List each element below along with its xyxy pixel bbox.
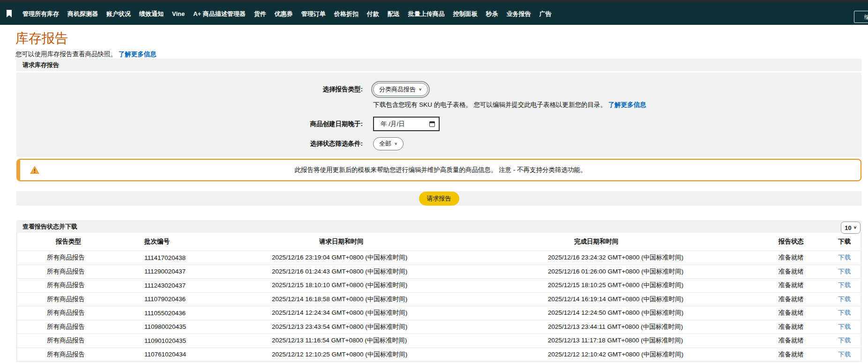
cell-status: 准备就绪 bbox=[748, 253, 814, 262]
nav-item[interactable]: 秒杀 bbox=[486, 10, 498, 18]
nav-item[interactable]: 优惠券 bbox=[275, 10, 293, 18]
cell-report-type: 所有商品报告 bbox=[17, 323, 129, 331]
cell-batch-id: 110761020434 bbox=[129, 351, 242, 358]
report-type-label: 选择报告类型: bbox=[16, 85, 363, 94]
reports-table-body: 所有商品报告 111417020438 2025/12/16 23:19:04 … bbox=[17, 251, 861, 361]
download-link[interactable]: 下载 bbox=[838, 296, 851, 303]
bookmark-icon[interactable] bbox=[6, 10, 12, 18]
help-learn-more-link[interactable]: 了解更多信息 bbox=[608, 101, 646, 108]
cell-batch-id: 110901020435 bbox=[129, 337, 242, 344]
cell-requested: 2025/12/16 01:24:43 GMT+0800 (中国标准时间) bbox=[242, 267, 486, 276]
table-row: 所有商品报告 110761020434 2025/12/12 12:10:25 … bbox=[17, 348, 861, 362]
nav-item[interactable]: 管理订单 bbox=[301, 10, 326, 18]
cell-completed: 2025/12/14 16:19:14 GMT+0800 (中国标准时间) bbox=[486, 295, 748, 304]
cell-batch-id: 111243020437 bbox=[129, 282, 242, 289]
creation-date-label: 商品创建日期晚于: bbox=[16, 120, 363, 128]
cell-status: 准备就绪 bbox=[748, 323, 814, 331]
nav-item[interactable]: A+ 商品描述管理器 bbox=[193, 10, 246, 18]
download-link[interactable]: 下载 bbox=[838, 254, 851, 261]
column-header-batch-id: 批次编号 bbox=[129, 237, 242, 246]
cell-requested: 2025/12/15 18:10:10 GMT+0800 (中国标准时间) bbox=[242, 281, 486, 289]
cell-completed: 2025/12/16 23:24:32 GMT+0800 (中国标准时间) bbox=[486, 253, 748, 262]
cell-status: 准备就绪 bbox=[748, 295, 814, 304]
nav-edge-button[interactable]: 编 bbox=[854, 11, 868, 23]
top-navigation-bar: 管理所有库存 商机探测器 账户状况 绩效通知 Vine A+ 商品描述管理器 货… bbox=[0, 3, 868, 25]
reports-section-title: 查看报告状态并下载 bbox=[22, 223, 77, 230]
download-link[interactable]: 下载 bbox=[838, 351, 851, 358]
page-subtitle: 您可以使用库存报告查看商品快照。 了解更多信息 bbox=[15, 50, 868, 59]
cell-report-type: 所有商品报告 bbox=[17, 253, 129, 262]
column-header-download: 下载 bbox=[814, 237, 861, 246]
nav-items: 管理所有库存 商机探测器 账户状况 绩效通知 Vine A+ 商品描述管理器 货… bbox=[22, 10, 552, 18]
column-header-completed: 完成日期和时间 bbox=[486, 237, 748, 246]
cell-requested: 2025/12/14 12:24:34 GMT+0800 (中国标准时间) bbox=[242, 309, 486, 317]
nav-item[interactable]: 广告 bbox=[539, 10, 552, 18]
report-type-value: 分类商品报告 bbox=[379, 85, 416, 94]
creation-date-row: 商品创建日期晚于: 年 /月/日 bbox=[16, 117, 861, 131]
cell-batch-id: 111079020436 bbox=[129, 296, 242, 303]
status-filter-select[interactable]: 全部 ∨ bbox=[373, 137, 404, 150]
download-link[interactable]: 下载 bbox=[838, 309, 851, 316]
warning-banner: 此报告将使用更新后的模板来帮助您进行编辑并维护高质量的商品信息。 注意 - 不再… bbox=[16, 159, 861, 181]
cell-requested: 2025/12/13 23:43:54 GMT+0800 (中国标准时间) bbox=[242, 323, 486, 331]
table-row: 所有商品报告 111079020436 2025/12/14 16:18:58 … bbox=[17, 292, 861, 306]
creation-date-input[interactable]: 年 /月/日 bbox=[373, 117, 440, 131]
report-type-help-text: 下载包含您现有 SKU 的电子表格。 您可以编辑并提交此电子表格以更新您的目录。 bbox=[373, 101, 606, 108]
cell-requested: 2025/12/12 12:10:25 GMT+0800 (中国标准时间) bbox=[242, 350, 486, 359]
report-type-select[interactable]: 分类商品报告 ∨ bbox=[373, 83, 428, 96]
page-size-select[interactable]: 10 ∨ bbox=[841, 222, 861, 234]
cell-completed: 2025/12/16 01:26:00 GMT+0800 (中国标准时间) bbox=[486, 267, 748, 276]
learn-more-link[interactable]: 了解更多信息 bbox=[119, 51, 157, 58]
status-filter-row: 选择状态筛选条件: 全部 ∨ bbox=[16, 137, 861, 150]
chevron-down-icon: ∨ bbox=[419, 88, 422, 91]
nav-item[interactable]: 控制面板 bbox=[453, 10, 478, 18]
nav-item[interactable]: 业务报告 bbox=[507, 10, 531, 18]
cell-batch-id: 111417020438 bbox=[129, 254, 242, 261]
nav-item[interactable]: 配送 bbox=[388, 10, 400, 18]
page-size-value: 10 bbox=[845, 222, 851, 234]
cell-completed: 2025/12/14 12:24:50 GMT+0800 (中国标准时间) bbox=[486, 309, 748, 317]
nav-item[interactable]: 批量上传商品 bbox=[408, 10, 445, 18]
warning-text: 此报告将使用更新后的模板来帮助您进行编辑并维护高质量的商品信息。 注意 - 不再… bbox=[39, 166, 861, 174]
cell-report-type: 所有商品报告 bbox=[17, 281, 129, 289]
column-header-status: 报告状态 bbox=[748, 237, 814, 246]
nav-item[interactable]: 付款 bbox=[367, 10, 379, 18]
table-row: 所有商品报告 111055020436 2025/12/14 12:24:34 … bbox=[17, 306, 861, 320]
submit-strip: 请求报告 bbox=[16, 191, 861, 206]
cell-status: 准备就绪 bbox=[748, 350, 814, 359]
nav-item[interactable]: 货件 bbox=[254, 10, 266, 18]
request-form: 选择报告类型: 分类商品报告 ∨ 下载包含您现有 SKU 的电子表格。 您可以编… bbox=[16, 73, 861, 157]
table-row: 所有商品报告 110980020435 2025/12/13 23:43:54 … bbox=[17, 320, 861, 334]
request-report-button[interactable]: 请求报告 bbox=[419, 192, 459, 206]
nav-item[interactable]: 绩效通知 bbox=[139, 10, 164, 18]
warning-triangle-icon bbox=[30, 166, 39, 174]
status-filter-label: 选择状态筛选条件: bbox=[16, 140, 363, 148]
cell-requested: 2025/12/16 23:19:04 GMT+0800 (中国标准时间) bbox=[242, 253, 486, 262]
date-placeholder: 年 /月/日 bbox=[381, 120, 405, 128]
calendar-icon[interactable] bbox=[429, 121, 435, 127]
download-link[interactable]: 下载 bbox=[838, 282, 851, 289]
reports-table-header: 报告类型 批次编号 请求日期和时间 完成日期和时间 报告状态 下载 bbox=[17, 233, 861, 251]
download-link[interactable]: 下载 bbox=[838, 268, 851, 275]
report-status-section: 查看报告状态并下载 10 ∨ 报告类型 批次编号 请求日期和时间 完成日期和时间… bbox=[16, 220, 861, 362]
cell-report-type: 所有商品报告 bbox=[17, 309, 129, 317]
reports-table: 报告类型 批次编号 请求日期和时间 完成日期和时间 报告状态 下载 所有商品报告… bbox=[16, 233, 861, 362]
nav-item[interactable]: 商机探测器 bbox=[67, 10, 98, 18]
table-row: 所有商品报告 110901020435 2025/12/13 11:16:54 … bbox=[17, 333, 861, 348]
chevron-down-icon: ∨ bbox=[394, 142, 397, 146]
cell-completed: 2025/12/15 18:10:25 GMT+0800 (中国标准时间) bbox=[486, 281, 748, 289]
page-subtitle-text: 您可以使用库存报告查看商品快照。 bbox=[15, 51, 117, 58]
nav-item[interactable]: 账户状况 bbox=[106, 10, 131, 18]
download-link[interactable]: 下载 bbox=[838, 323, 851, 330]
table-row: 所有商品报告 111243020437 2025/12/15 18:10:10 … bbox=[17, 278, 861, 292]
cell-completed: 2025/12/13 11:17:18 GMT+0800 (中国标准时间) bbox=[486, 336, 748, 345]
table-row: 所有商品报告 111417020438 2025/12/16 23:19:04 … bbox=[17, 251, 861, 265]
nav-item[interactable]: 价格折扣 bbox=[334, 10, 359, 18]
request-report-section: 请求库存报告 选择报告类型: 分类商品报告 ∨ 下载包含您现有 SKU 的电子表… bbox=[16, 59, 861, 206]
nav-item[interactable]: Vine bbox=[172, 10, 185, 17]
page-title: 库存报告 bbox=[15, 31, 868, 45]
report-type-row: 选择报告类型: 分类商品报告 ∨ bbox=[16, 83, 861, 96]
nav-item[interactable]: 管理所有库存 bbox=[22, 10, 59, 18]
download-link[interactable]: 下载 bbox=[838, 337, 851, 344]
cell-report-type: 所有商品报告 bbox=[17, 350, 129, 359]
